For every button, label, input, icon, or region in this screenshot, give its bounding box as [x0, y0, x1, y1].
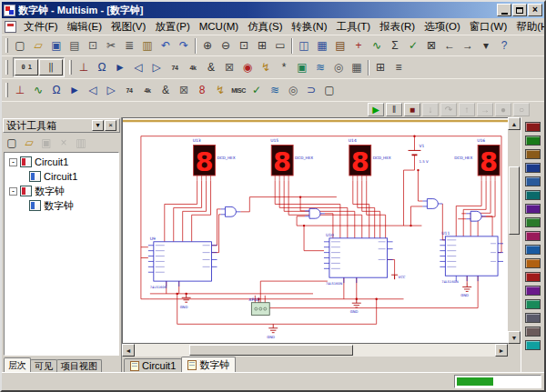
and-gate[interactable] — [305, 208, 325, 218]
place-diode-button[interactable]: ► — [111, 59, 129, 76]
open-button[interactable]: ▱ — [29, 37, 47, 55]
place-peripheral-button[interactable]: ▣ — [293, 59, 311, 76]
project-view-tab[interactable]: 项目视图 — [56, 359, 102, 372]
maximize-button[interactable] — [512, 4, 527, 16]
toolbar-grip[interactable] — [5, 60, 8, 75]
menu-transfer[interactable]: 转换(N) — [288, 19, 332, 35]
seven-segment-displays[interactable]: 8 8 8 8 — [194, 146, 500, 181]
place-mcu-button[interactable]: ▦ — [348, 59, 366, 76]
logic-analyzer-button[interactable] — [523, 229, 543, 243]
four-channel-oscilloscope-button[interactable] — [523, 175, 543, 188]
frequency-counter-button[interactable] — [523, 202, 543, 216]
panel-menu-button[interactable]: ▾ — [92, 120, 104, 131]
oscilloscope-button[interactable] — [523, 161, 543, 175]
design-toolbox-button[interactable]: ◫ — [295, 37, 313, 55]
tree-leaf-circuit1[interactable]: Circuit1 — [5, 169, 118, 184]
undo-button[interactable]: ↶ — [157, 37, 175, 55]
menu-edit[interactable]: 编辑(E) — [63, 19, 106, 35]
counter-ic-symbols[interactable] — [148, 236, 503, 286]
diode-family-button[interactable]: ► — [66, 82, 84, 99]
basic-family-button[interactable]: Ω — [47, 82, 66, 99]
place-bus-button[interactable]: ≡ — [389, 59, 408, 76]
digital-family-button[interactable]: & — [157, 82, 175, 99]
analog-family-button[interactable]: ▷ — [102, 82, 120, 99]
circuit1-sheet-tab[interactable]: Circuit1 — [124, 358, 182, 372]
collapse-icon[interactable]: - — [9, 158, 17, 166]
vertical-scroll-track[interactable] — [508, 130, 521, 331]
place-cmos-button[interactable]: 4k — [184, 59, 202, 76]
gate-family-button[interactable]: ⊃ — [302, 82, 320, 99]
word-generator-button[interactable] — [523, 216, 543, 229]
menu-place[interactable]: 放置(P) — [150, 19, 194, 35]
redo-button[interactable]: ↷ — [175, 37, 193, 55]
rename-document-button[interactable]: ▥ — [73, 135, 89, 150]
forward-annotate-button[interactable]: → — [459, 37, 477, 55]
zoom-out-button[interactable]: ⊖ — [217, 37, 235, 55]
save-document-button[interactable]: ▣ — [38, 135, 55, 150]
and-gate[interactable] — [466, 211, 486, 221]
save-button[interactable]: ▣ — [47, 37, 66, 55]
voltage-source-symbol[interactable] — [409, 150, 421, 155]
print-preview-button[interactable]: ⊡ — [84, 37, 102, 55]
cmos-family-button[interactable]: 4k — [138, 82, 157, 99]
place-indicator-button[interactable]: ◉ — [238, 59, 257, 76]
menu-file[interactable]: 文件(F) — [19, 19, 63, 35]
logic-converter-button[interactable] — [523, 243, 543, 256]
help-button[interactable]: ? — [495, 37, 513, 55]
electromech-family-button[interactable]: ◎ — [284, 82, 302, 99]
ground-symbol[interactable] — [268, 324, 278, 332]
signal-source-family-button[interactable]: ∿ — [29, 82, 47, 99]
ground-symbol[interactable] — [182, 294, 191, 302]
place-transistor-button[interactable]: ◁ — [129, 59, 147, 76]
print-button[interactable]: ▤ — [66, 37, 84, 55]
new-button[interactable]: ▢ — [11, 37, 29, 55]
function-generator-button[interactable] — [523, 134, 543, 147]
digital-clock-sheet-tab[interactable]: 数字钟 — [181, 357, 236, 372]
menu-reports[interactable]: 报表(R) — [375, 19, 420, 35]
stop-button[interactable]: ■ — [404, 103, 420, 116]
run-button[interactable]: ▶ — [368, 103, 384, 116]
tree-node-digital-clock[interactable]: - 数字钟 — [5, 184, 118, 198]
horizontal-scroll-thumb[interactable] — [189, 345, 353, 356]
vertical-scroll-thumb[interactable] — [509, 166, 520, 235]
horizontal-scroll-track[interactable] — [135, 344, 495, 357]
in-use-list-button[interactable]: ▾ — [477, 37, 495, 55]
copy-button[interactable]: ≣ — [120, 37, 138, 55]
capture-area-button[interactable]: ⊠ — [422, 37, 440, 55]
minimize-button[interactable] — [497, 4, 511, 16]
zoom-area-button[interactable]: ⊡ — [235, 37, 253, 55]
power-component-family-button[interactable]: ↯ — [211, 82, 229, 99]
schematic-canvas-area[interactable]: 8 8 8 8 — [122, 117, 508, 344]
misc-family-button[interactable]: MISC — [229, 82, 248, 99]
paste-button[interactable]: ▥ — [138, 37, 157, 55]
place-mixed-button[interactable]: ⊠ — [220, 59, 238, 76]
place-power-button[interactable]: ↯ — [257, 59, 275, 76]
menu-mcu[interactable]: MCU(M) — [195, 20, 243, 33]
step-over-button[interactable]: ↷ — [440, 103, 457, 116]
scroll-down-button[interactable]: ▼ — [508, 331, 521, 344]
scroll-up-button[interactable]: ▲ — [508, 117, 521, 130]
step-into-button[interactable]: ↓ — [422, 103, 439, 116]
cut-button[interactable]: ✂ — [102, 37, 120, 55]
new-document-button[interactable]: ▢ — [4, 135, 20, 150]
iv-analyzer-button[interactable] — [523, 256, 543, 270]
indicator-family-button[interactable]: 8 — [193, 82, 211, 99]
rated-family-button[interactable]: ✓ — [248, 82, 266, 99]
vertical-scrollbar[interactable]: ▲ ▼ — [508, 117, 521, 357]
transistor-family-button[interactable]: ◁ — [84, 82, 102, 99]
menu-view[interactable]: 视图(V) — [106, 19, 150, 35]
toolbar-grip[interactable] — [5, 83, 8, 97]
spreadsheet-view-button[interactable]: ▦ — [313, 37, 331, 55]
zoom-fit-button[interactable]: ⊞ — [253, 37, 271, 55]
run-to-cursor-button[interactable]: → — [477, 103, 493, 116]
mixed-family-button[interactable]: ⊠ — [175, 82, 193, 99]
horizontal-scrollbar[interactable]: ◄ ► — [122, 344, 508, 357]
menu-window[interactable]: 窗口(W) — [465, 19, 512, 35]
visibility-tab[interactable]: 可见 — [30, 359, 57, 372]
simulation-run-switch[interactable]: 0 1 — [15, 59, 38, 75]
ground-symbol[interactable] — [462, 283, 471, 291]
power-source-family-button[interactable]: ⊥ — [11, 82, 29, 99]
spectrum-analyzer-button[interactable] — [523, 284, 543, 297]
ttl-family-button[interactable]: 74 — [120, 82, 138, 99]
place-electromech-button[interactable]: ◎ — [329, 59, 348, 76]
